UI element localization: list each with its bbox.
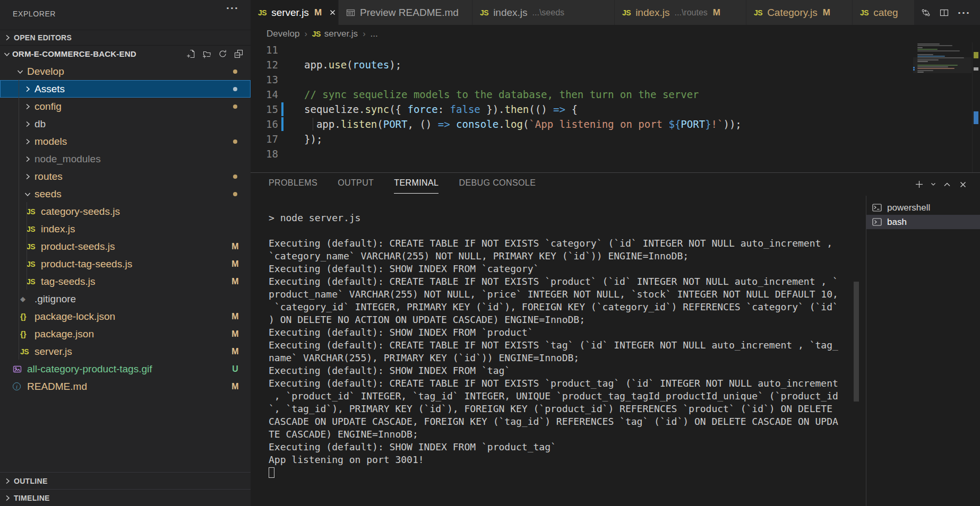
collapse-folders-icon[interactable] — [234, 49, 243, 58]
breadcrumb-item-[interactable]: ... — [370, 29, 377, 39]
git-status-badge: M — [228, 308, 242, 325]
tree-folder-routes[interactable]: routes — [0, 168, 251, 185]
explorer-header: EXPLORER ··· — [0, 0, 251, 30]
git-status-badge: M — [228, 325, 242, 343]
chevron-right-icon — [23, 102, 35, 111]
project-name: ORM-E-COMMERCE-BACK-END — [12, 49, 136, 58]
explorer-toolbar — [186, 45, 243, 63]
terminal-instance-list: powershellbash — [866, 196, 980, 506]
tab-label: categ — [873, 7, 898, 19]
tree-file-readme-md[interactable]: iREADME.mdM — [0, 378, 251, 395]
maximize-panel-icon[interactable] — [943, 181, 951, 188]
tree-file-category-seeds-js[interactable]: JScategory-seeds.js — [0, 203, 251, 220]
terminal-output-line: ) ON DELETE NO ACTION ON UPDATE CASCADE)… — [269, 313, 838, 326]
tree-file-package-json[interactable]: {}package.jsonM — [0, 325, 251, 343]
code-line-11: 11 — [251, 42, 980, 57]
tree-folder-develop[interactable]: Develop — [0, 63, 251, 80]
tree-folder-seeds[interactable]: seeds — [0, 185, 251, 203]
code-line-15: 15sequelize.sync({ force: false }).then(… — [251, 102, 980, 117]
refresh-explorer-icon[interactable] — [218, 49, 227, 58]
terminal-scrollbar[interactable] — [854, 282, 859, 402]
tree-file-all-category-product-tags-gif[interactable]: all-category-product-tags.gifU — [0, 360, 251, 378]
tree-folder-config[interactable]: config — [0, 98, 251, 115]
tab-index-js-routes[interactable]: JSindex.js...\routesM — [615, 0, 746, 25]
tree-item-label: all-category-product-tags.gif — [27, 363, 152, 375]
json-file-icon: {} — [20, 329, 35, 338]
breadcrumb-separator: › — [304, 29, 307, 39]
tab-description: ...\routes — [675, 8, 708, 18]
more-actions-icon[interactable]: ··· — [958, 10, 970, 15]
tree-item-label: category-seeds.js — [41, 206, 120, 217]
tab-index-js-seeds[interactable]: JSindex.js...\seeds — [472, 0, 615, 25]
terminal-output[interactable]: > node server.jsExecuting (default): CRE… — [269, 212, 838, 478]
code-line-18: 18 — [251, 146, 980, 161]
breadcrumb-item-server-js[interactable]: JSserver.js — [312, 29, 358, 39]
terminal-profile-dropdown-icon[interactable] — [931, 182, 936, 187]
new-terminal-icon[interactable] — [915, 180, 924, 189]
project-root-row[interactable]: ORM-E-COMMERCE-BACK-END — [0, 45, 251, 63]
terminal-output-line: Executing (default): SHOW INDEX FROM `ta… — [269, 364, 838, 377]
tab-description: ...\seeds — [532, 8, 564, 18]
panel-tab-output[interactable]: OUTPUT — [338, 173, 374, 194]
tree-folder-db[interactable]: db — [0, 115, 251, 133]
tab-server-js[interactable]: JSserver.jsM — [251, 0, 339, 25]
tree-folder-node-modules[interactable]: node_modules — [0, 150, 251, 168]
tree-file-index-js[interactable]: JSindex.js — [0, 220, 251, 238]
terminal-instance-powershell[interactable]: powershell — [866, 200, 980, 215]
tree-file-product-tag-seeds-js[interactable]: JSproduct-tag-seeds.jsM — [0, 255, 251, 273]
tree-file-tag-seeds-js[interactable]: JStag-seeds.jsM — [0, 273, 251, 290]
terminal-instance-label: bash — [887, 217, 907, 228]
js-file-icon: JS — [27, 277, 41, 286]
tree-file-package-lock-json[interactable]: {}package-lock.jsonM — [0, 308, 251, 325]
tree-item-label: Assets — [35, 83, 65, 95]
terminal-output-line: , `product_id` INTEGER, `tag_id` INTEGER… — [269, 390, 838, 403]
chevron-right-icon — [23, 137, 35, 146]
chevron-right-icon — [3, 494, 14, 502]
git-status-badge: M — [228, 238, 242, 255]
terminal-output-line: `category_id` INTEGER, PRIMARY KEY (`id`… — [269, 301, 838, 313]
terminal-cursor — [269, 467, 274, 478]
tab-category-js[interactable]: JSCategory.jsM — [746, 0, 853, 25]
tree-folder-models[interactable]: models — [0, 133, 251, 150]
close-icon[interactable] — [328, 8, 337, 17]
code-text: // sync sequelize models to the database… — [304, 87, 699, 102]
panel-tab-problems[interactable]: PROBLEMS — [269, 173, 317, 194]
image-file-icon — [13, 365, 27, 373]
breadcrumb-item-develop[interactable]: Develop — [267, 29, 299, 39]
open-editors-section[interactable]: OPEN EDITORS — [0, 30, 251, 46]
indent-guide — [27, 202, 27, 290]
sidebar-section-timeline[interactable]: TIMELINE — [0, 489, 251, 506]
minimap[interactable] — [913, 42, 972, 75]
terminal-instance-bash[interactable]: bash — [866, 215, 980, 229]
tree-item-label: routes — [35, 171, 63, 182]
open-changes-icon[interactable] — [921, 8, 931, 17]
chevron-down-icon — [3, 50, 12, 58]
code-line-14: 14// sync sequelize models to the databa… — [251, 87, 980, 102]
more-actions-icon[interactable]: ··· — [226, 5, 239, 11]
chevron-down-icon — [16, 67, 27, 76]
sidebar-section-outline[interactable]: OUTLINE — [0, 472, 251, 489]
tab-preview-readme-md[interactable]: Preview README.md — [339, 0, 472, 25]
chevron-right-icon — [3, 33, 14, 42]
panel-actions — [915, 173, 968, 196]
tree-file-gitignore[interactable]: ◆.gitignore — [0, 290, 251, 308]
terminal-command-line: > node server.js — [269, 212, 838, 224]
code-lines: 1112app.use(routes);1314// sync sequeliz… — [251, 42, 980, 161]
terminal-output-line: Executing (default): SHOW INDEX FROM `pr… — [269, 326, 838, 339]
code-editor[interactable]: 1112app.use(routes);1314// sync sequeliz… — [251, 42, 980, 172]
new-file-icon[interactable] — [186, 49, 195, 58]
panel-tab-terminal[interactable]: TERMINAL — [394, 173, 439, 194]
tree-folder-assets[interactable]: Assets — [0, 80, 251, 98]
terminal-output-line: `, `tag_id`), PRIMARY KEY (`id`), FOREIG… — [269, 403, 838, 415]
new-folder-icon[interactable] — [202, 49, 211, 58]
tree-file-product-seeds-js[interactable]: JSproduct-seeds.jsM — [0, 238, 251, 255]
close-panel-icon[interactable] — [958, 180, 968, 189]
tree-file-server-js[interactable]: JSserver.jsM — [0, 343, 251, 360]
split-editor-icon[interactable] — [940, 8, 949, 17]
terminal-output-line: Executing (default): CREATE TABLE IF NOT… — [269, 339, 838, 352]
terminal-output-line: Executing (default): CREATE TABLE IF NOT… — [269, 237, 838, 250]
code-line-17: 17}); — [251, 132, 980, 146]
panel-tab-debug-console[interactable]: DEBUG CONSOLE — [459, 173, 536, 194]
gutter-modified-indicator — [281, 117, 283, 131]
line-number: 18 — [251, 146, 278, 161]
